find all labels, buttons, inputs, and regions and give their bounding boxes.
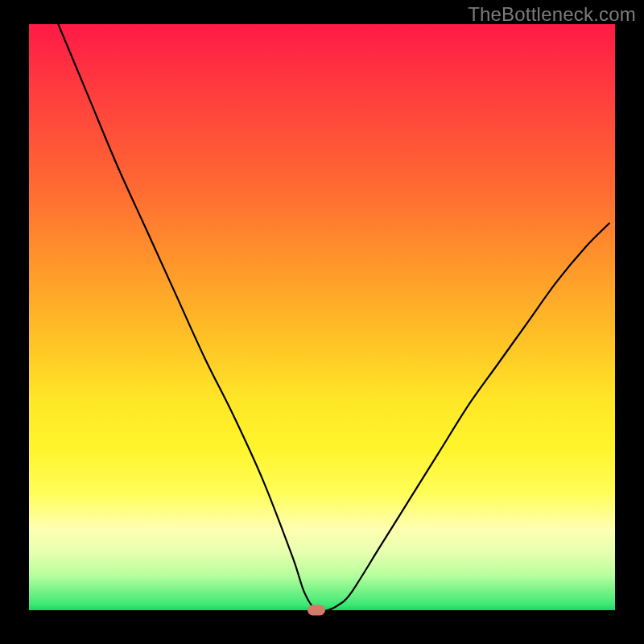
plot-area [29, 24, 615, 610]
bottleneck-curve [29, 24, 615, 610]
watermark-label: TheBottleneck.com [468, 3, 636, 26]
chart-frame: TheBottleneck.com [0, 0, 644, 644]
datapoint-marker [308, 605, 325, 616]
